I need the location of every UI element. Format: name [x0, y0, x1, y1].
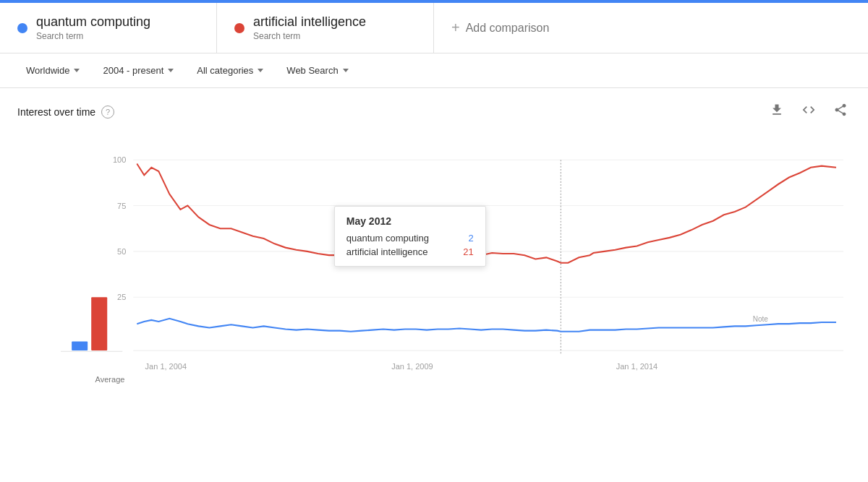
svg-rect-13 — [72, 341, 88, 350]
chart-container: 100 75 50 25 Jan 1, 2004 Jan 1, 2009 Jan… — [17, 129, 851, 404]
svg-text:75: 75 — [117, 202, 126, 210]
type-filter-label: Web Search — [286, 65, 338, 76]
svg-text:100: 100 — [113, 155, 126, 164]
chart-title: Interest over time — [17, 106, 95, 118]
embed-button[interactable] — [799, 100, 819, 124]
share-icon — [833, 103, 848, 117]
add-comparison-label: Add comparison — [466, 22, 550, 35]
time-filter-label: 2004 - present — [103, 65, 163, 76]
average-label: Average — [81, 375, 139, 384]
geo-filter-label: Worldwide — [26, 65, 69, 76]
search-term-1[interactable]: quantum computing Search term — [0, 3, 217, 53]
embed-icon — [801, 103, 816, 117]
geo-chevron-icon — [74, 69, 80, 72]
category-chevron-icon — [258, 69, 263, 72]
category-filter[interactable]: All categories — [188, 61, 272, 80]
geo-filter[interactable]: Worldwide — [17, 61, 88, 80]
filters-bar: Worldwide 2004 - present All categories … — [0, 53, 868, 88]
plus-icon: + — [451, 20, 460, 36]
svg-text:50: 50 — [117, 247, 126, 256]
term1-sub: Search term — [36, 31, 150, 41]
type-chevron-icon — [343, 69, 349, 72]
svg-text:25: 25 — [117, 293, 126, 301]
time-chevron-icon — [168, 69, 174, 72]
term1-dot — [17, 23, 27, 33]
category-filter-label: All categories — [197, 65, 253, 76]
term2-dot — [234, 23, 244, 33]
search-term-2[interactable]: artificial intelligence Search term — [217, 3, 434, 53]
term1-name: quantum computing — [36, 14, 150, 30]
svg-text:Jan 1, 2009: Jan 1, 2009 — [391, 362, 433, 371]
share-button[interactable] — [830, 100, 851, 124]
svg-text:Jan 1, 2014: Jan 1, 2014 — [616, 362, 658, 371]
term2-sub: Search term — [253, 31, 366, 41]
download-button[interactable] — [767, 100, 787, 124]
search-terms-bar: quantum computing Search term artificial… — [0, 3, 868, 53]
term2-name: artificial intelligence — [253, 14, 366, 30]
svg-rect-14 — [91, 297, 107, 350]
time-filter[interactable]: 2004 - present — [94, 61, 182, 80]
help-icon[interactable]: ? — [101, 106, 114, 119]
chart-actions — [767, 100, 851, 124]
svg-text:Note: Note — [753, 315, 768, 323]
add-comparison-button[interactable]: + Add comparison — [434, 3, 566, 53]
type-filter[interactable]: Web Search — [278, 61, 357, 80]
download-icon — [770, 103, 784, 117]
chart-section: Interest over time ? — [0, 88, 868, 404]
svg-text:Jan 1, 2004: Jan 1, 2004 — [145, 362, 187, 371]
interest-over-time-chart: 100 75 50 25 Jan 1, 2004 Jan 1, 2009 Jan… — [17, 129, 851, 404]
chart-header: Interest over time ? — [17, 100, 851, 124]
